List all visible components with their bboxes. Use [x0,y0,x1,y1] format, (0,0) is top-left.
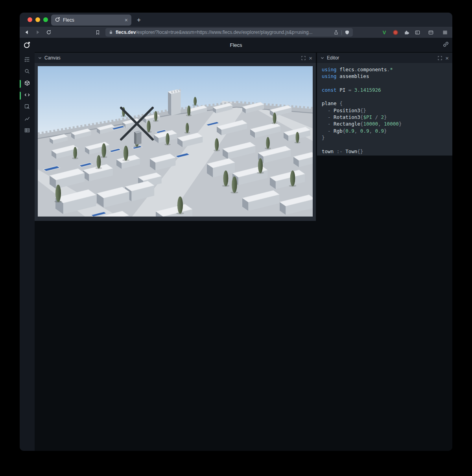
share-link-icon[interactable] [442,41,449,49]
extensions-puzzle-icon[interactable] [402,27,411,38]
sidebar-item-entities[interactable] [20,78,35,90]
reload-button[interactable] [44,27,53,38]
sidebar-item-inspect[interactable] [20,102,35,113]
window-minimize-button[interactable] [35,17,40,22]
tab-bar: Flecs × + [20,13,452,27]
sidebar-item-code[interactable] [20,90,35,102]
forward-button[interactable] [33,27,42,38]
chevron-down-icon[interactable] [321,56,324,60]
panel-title: Editor [327,55,435,61]
code-icon [24,92,30,100]
sidebar-rail [20,52,35,451]
url-path: /explorer/?local=true&wasm=https://www.f… [136,30,312,35]
window-zoom-button[interactable] [43,17,48,22]
search-icon [24,68,30,76]
window-controls [28,17,48,22]
divider: | [341,30,342,35]
close-icon[interactable]: × [309,55,312,61]
flecs-favicon-icon [55,17,60,24]
chart-icon [24,115,30,123]
editor-panel-header: Editor × [317,53,452,63]
window-close-button[interactable] [28,17,32,22]
collections-icon[interactable] [426,27,435,38]
editor-panel: Editor × using flecs.components.*using a… [317,53,452,156]
bookmark-icon[interactable] [93,27,102,38]
url-bar[interactable]: flecs.dev/explorer/?local=true&wasm=http… [105,28,353,37]
chevron-down-icon[interactable] [38,56,42,60]
back-button[interactable] [22,27,31,38]
lock-icon [109,30,113,35]
vimium-extension-icon[interactable]: V [380,27,389,38]
sidebar-item-table[interactable] [20,125,35,137]
explorer-content: Canvas × [20,52,452,451]
cube-icon [24,80,30,88]
code-editor[interactable]: using flecs.components.*using assemblies… [317,63,452,158]
browser-window: Flecs × + flecs.dev/explorer/?local=true… [20,13,452,451]
sidebar-item-tree[interactable] [20,54,35,66]
tab-title: Flecs [63,17,122,23]
expand-icon[interactable] [301,56,306,61]
tab-close-icon[interactable]: × [125,17,128,23]
menu-hamburger-icon[interactable] [440,27,450,38]
panel-title: Canvas [44,55,298,61]
browser-tab[interactable]: Flecs × [51,15,131,26]
table-icon [24,127,30,135]
3d-canvas-viewport[interactable] [38,66,313,217]
canvas-panel-header: Canvas × [35,53,316,63]
sidebar-item-search[interactable] [20,66,35,78]
tree-icon [24,56,30,64]
url-domain: flecs.dev [116,30,136,35]
app-header: Flecs [20,38,452,52]
browser-toolbar: flecs.dev/explorer/?local=true&wasm=http… [20,27,452,38]
recorder-extension-icon[interactable] [391,27,400,38]
shield-icon[interactable] [345,30,350,35]
new-tab-button[interactable]: + [134,15,144,26]
url-text: flecs.dev/explorer/?local=true&wasm=http… [116,30,331,35]
canvas-body [35,63,316,221]
page-title: Flecs [230,42,242,48]
sidebar-toggle-icon[interactable] [413,27,422,38]
inspect-icon [24,104,30,111]
sidebar-item-stats[interactable] [20,113,35,125]
canvas-panel: Canvas × [35,53,316,221]
share-icon[interactable] [334,30,339,35]
close-icon[interactable]: × [445,55,449,61]
flecs-logo-icon[interactable] [23,41,31,50]
expand-icon[interactable] [437,56,442,61]
